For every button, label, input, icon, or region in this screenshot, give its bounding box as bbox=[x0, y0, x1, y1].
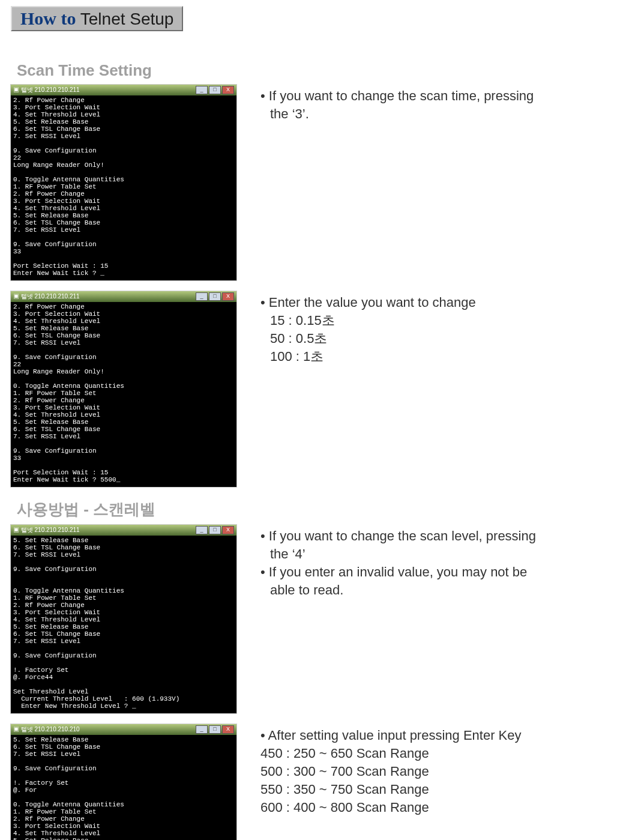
window-buttons: _ □ X bbox=[196, 292, 234, 301]
minimize-button[interactable]: _ bbox=[196, 86, 208, 94]
header-title: Telnet Setup bbox=[76, 10, 174, 28]
desc4-line2: 450 : 250 ~ 650 Scan Range bbox=[260, 745, 609, 763]
minimize-button[interactable]: _ bbox=[196, 526, 208, 534]
desc4-line4: 550 : 350 ~ 750 Scan Range bbox=[260, 781, 609, 799]
desc2-line3: 50 : 0.5초 bbox=[260, 330, 609, 348]
telnet-window-4: ▣ 텔넷 210.210.210.210 _ □ X 5. Set Releas… bbox=[11, 724, 236, 840]
desc4-line1: • After setting value input pressing Ent… bbox=[260, 727, 609, 745]
description-1: • If you want to change the scan time, p… bbox=[260, 85, 609, 123]
telnet-window-3: ▣ 텔넷 210.210.210.211 _ □ X 5. Set Releas… bbox=[11, 525, 236, 713]
close-button[interactable]: X bbox=[222, 292, 234, 301]
maximize-button[interactable]: □ bbox=[209, 292, 221, 301]
terminal-body[interactable]: 5. Set Release Base 6. Set TSL Change Ba… bbox=[11, 735, 236, 840]
titlebar: ▣ 텔넷 210.210.210.211 _ □ X bbox=[11, 525, 236, 536]
titlebar-text: ▣ 텔넷 210.210.210.210 bbox=[13, 726, 80, 733]
titlebar: ▣ 텔넷 210.210.210.211 _ □ X bbox=[11, 85, 236, 95]
maximize-button[interactable]: □ bbox=[209, 526, 221, 534]
maximize-button[interactable]: □ bbox=[209, 86, 221, 94]
desc3-line2: the ‘4’ bbox=[260, 545, 609, 563]
page: How to Telnet Setup Scan Time Setting ▣ … bbox=[0, 0, 620, 840]
row-scan-time-1: ▣ 텔넷 210.210.210.211 _ □ X 2. Rf Power C… bbox=[11, 85, 609, 280]
titlebar-text: ▣ 텔넷 210.210.210.211 bbox=[13, 527, 80, 534]
row-scan-time-2: ▣ 텔넷 210.210.210.211 _ □ X 2. Rf Power C… bbox=[11, 291, 609, 487]
desc3-line1: • If you want to change the scan level, … bbox=[260, 527, 609, 545]
page-header-badge: How to Telnet Setup bbox=[11, 6, 183, 31]
row-scan-level-1: ▣ 텔넷 210.210.210.211 _ □ X 5. Set Releas… bbox=[11, 525, 609, 713]
telnet-window-2: ▣ 텔넷 210.210.210.211 _ □ X 2. Rf Power C… bbox=[11, 291, 236, 487]
desc1-line1: • If you want to change the scan time, p… bbox=[260, 87, 609, 105]
terminal-body[interactable]: 2. Rf Power Change 3. Port Selection Wai… bbox=[11, 95, 236, 280]
close-button[interactable]: X bbox=[222, 86, 234, 94]
minimize-button[interactable]: _ bbox=[196, 725, 208, 734]
description-3: • If you want to change the scan level, … bbox=[260, 525, 609, 599]
row-scan-level-2: ▣ 텔넷 210.210.210.210 _ □ X 5. Set Releas… bbox=[11, 724, 609, 840]
description-2: • Enter the value you want to change 15 … bbox=[260, 291, 609, 366]
titlebar: ▣ 텔넷 210.210.210.211 _ □ X bbox=[11, 291, 236, 302]
terminal-body[interactable]: 2. Rf Power Change 3. Port Selection Wai… bbox=[11, 302, 236, 487]
terminal-body[interactable]: 5. Set Release Base 6. Set TSL Change Ba… bbox=[11, 536, 236, 713]
desc1-line2: the ‘3’. bbox=[260, 105, 609, 123]
window-buttons: _ □ X bbox=[196, 86, 234, 94]
close-button[interactable]: X bbox=[222, 725, 234, 734]
titlebar-text: ▣ 텔넷 210.210.210.211 bbox=[13, 86, 80, 94]
maximize-button[interactable]: □ bbox=[209, 725, 221, 734]
window-buttons: _ □ X bbox=[196, 526, 234, 534]
close-button[interactable]: X bbox=[222, 526, 234, 534]
section-title-scan-time: Scan Time Setting bbox=[17, 61, 609, 80]
window-buttons: _ □ X bbox=[196, 725, 234, 734]
desc2-line1: • Enter the value you want to change bbox=[260, 294, 609, 312]
description-4: • After setting value input pressing Ent… bbox=[260, 724, 609, 817]
titlebar-text: ▣ 텔넷 210.210.210.211 bbox=[13, 293, 80, 300]
desc3-line4: able to read. bbox=[260, 581, 609, 599]
desc4-line3: 500 : 300 ~ 700 Scan Range bbox=[260, 763, 609, 781]
desc2-line4: 100 : 1초 bbox=[260, 348, 609, 366]
section-title-scan-level: 사용방법 - 스캔레벨 bbox=[17, 499, 609, 520]
header-howto: How to bbox=[20, 8, 76, 28]
minimize-button[interactable]: _ bbox=[196, 292, 208, 301]
desc2-line2: 15 : 0.15초 bbox=[260, 312, 609, 330]
telnet-window-1: ▣ 텔넷 210.210.210.211 _ □ X 2. Rf Power C… bbox=[11, 85, 236, 280]
desc3-line3: • If you enter an invalid value, you may… bbox=[260, 563, 609, 581]
desc4-line5: 600 : 400 ~ 800 Scan Range bbox=[260, 799, 609, 817]
titlebar: ▣ 텔넷 210.210.210.210 _ □ X bbox=[11, 724, 236, 735]
